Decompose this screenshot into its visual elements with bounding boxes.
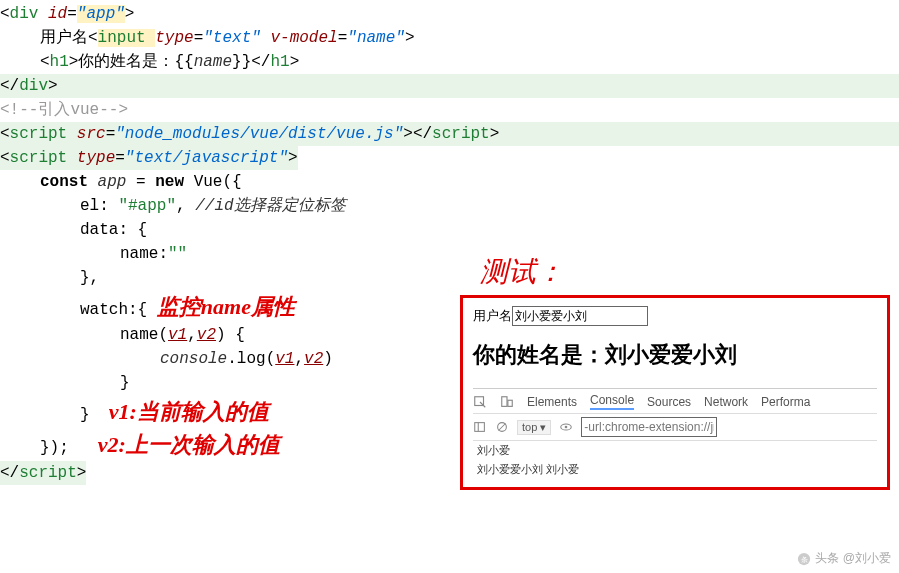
inspect-icon[interactable]	[473, 395, 487, 409]
tab-elements[interactable]: Elements	[527, 395, 577, 409]
name-input[interactable]	[512, 306, 648, 326]
tab-console[interactable]: Console	[590, 393, 634, 410]
code-line: el: "#app", //id选择器定位标签	[0, 194, 899, 218]
console-log: 刘小爱	[473, 441, 877, 460]
test-heading: 测试：	[480, 253, 564, 291]
svg-line-6	[499, 424, 506, 431]
devtools-panel: Elements Console Sources Network Perform…	[473, 388, 877, 479]
annotation-v2: v2:上一次输入的值	[98, 432, 280, 457]
form-row: 用户名	[473, 306, 877, 326]
devtools-toolbar: top ▾	[473, 414, 877, 441]
code-line: <script src="node_modules/vue/dist/vue.j…	[0, 122, 899, 146]
code-line: </div>	[0, 74, 899, 98]
context-dropdown[interactable]: top ▾	[517, 420, 551, 435]
svg-point-8	[565, 426, 568, 429]
code-line: 用户名<input type="text" v-model="name">	[0, 26, 899, 50]
code-line: <script type="text/javascript">	[0, 146, 298, 170]
code-line: <div id="app">	[0, 2, 899, 26]
annotation-v1: v1:当前输入的值	[109, 399, 269, 424]
filter-input[interactable]	[581, 417, 717, 437]
device-icon[interactable]	[500, 395, 514, 409]
code-line: const app = new Vue({	[0, 170, 899, 194]
code-comment: <!--引入vue-->	[0, 98, 899, 122]
code-line: </script>	[0, 461, 86, 485]
console-log: 刘小爱爱小刘 刘小爱	[473, 460, 877, 479]
devtools-tabs: Elements Console Sources Network Perform…	[473, 393, 877, 414]
code-line: <h1>你的姓名是：{{name}}</h1>	[0, 50, 899, 74]
watermark: 条 头条 @刘小爱	[797, 550, 891, 567]
sidebar-toggle-icon[interactable]	[473, 420, 487, 434]
svg-rect-1	[502, 396, 507, 406]
tab-sources[interactable]: Sources	[647, 395, 691, 409]
tab-performance[interactable]: Performa	[761, 395, 810, 409]
code-line: },	[0, 266, 899, 290]
result-heading: 你的姓名是：刘小爱爱小刘	[473, 340, 877, 370]
eye-icon[interactable]	[559, 420, 573, 434]
clear-icon[interactable]	[495, 420, 509, 434]
logo-icon: 条	[797, 552, 811, 566]
svg-text:条: 条	[801, 555, 808, 562]
code-line: data: {	[0, 218, 899, 242]
form-label: 用户名	[473, 308, 512, 323]
test-panel: 用户名 你的姓名是：刘小爱爱小刘 Elements Console Source…	[460, 295, 890, 490]
code-line: name:""	[0, 242, 899, 266]
annotation-watch: 监控name属性	[157, 294, 295, 319]
svg-rect-3	[475, 423, 485, 432]
svg-rect-2	[508, 400, 512, 406]
tab-network[interactable]: Network	[704, 395, 748, 409]
